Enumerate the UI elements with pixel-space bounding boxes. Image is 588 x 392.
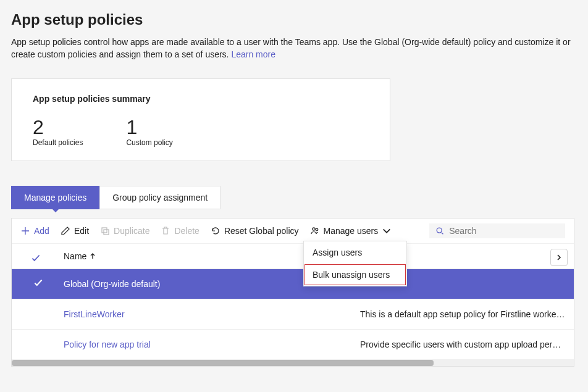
edit-button[interactable]: Edit (61, 226, 89, 236)
duplicate-label: Duplicate (114, 226, 149, 236)
tab-group-assignment[interactable]: Group policy assignment (99, 186, 220, 209)
learn-more-link[interactable]: Learn more (231, 49, 275, 59)
people-icon (310, 226, 320, 236)
policy-name-link[interactable]: FirstLineWorker (64, 309, 125, 319)
page-title: App setup policies (11, 11, 574, 28)
custom-count: 1 (126, 117, 172, 137)
table-row[interactable]: Global (Org-wide default) (12, 269, 574, 299)
search-input[interactable] (449, 226, 559, 236)
policy-name-link[interactable]: Policy for new app trial (64, 340, 151, 349)
select-all-checkbox[interactable] (30, 252, 41, 265)
add-button[interactable]: Add (20, 226, 49, 236)
stat-default: 2 Default policies (33, 117, 83, 147)
scrollbar-thumb[interactable] (12, 360, 434, 366)
reset-button[interactable]: Reset Global policy (211, 226, 299, 236)
svg-rect-0 (102, 228, 107, 233)
sort-ascending-icon (89, 252, 96, 260)
policies-panel: Add Edit Duplicate Delete Reset Global p… (11, 218, 574, 367)
bulk-unassign-users-item[interactable]: Bulk unassign users (304, 264, 406, 286)
search-icon (435, 226, 444, 236)
table-row[interactable]: FirstLineWorker This is a default app se… (12, 299, 574, 330)
toolbar: Add Edit Duplicate Delete Reset Global p… (12, 219, 574, 244)
policy-description: This is a default app setup policy for F… (360, 309, 565, 319)
summary-title: App setup policies summary (33, 94, 369, 104)
assign-users-item[interactable]: Assign users (304, 241, 406, 264)
trash-icon (161, 226, 170, 236)
default-label: Default policies (33, 138, 83, 147)
table-row[interactable]: Policy for new app trial Provide specifi… (12, 330, 574, 360)
manage-users-dropdown: Assign users Bulk unassign users (303, 241, 407, 286)
svg-rect-1 (104, 230, 109, 235)
delete-button: Delete (161, 226, 199, 236)
svg-point-2 (312, 227, 314, 230)
svg-point-3 (316, 228, 318, 231)
manage-users-button[interactable]: Manage users (310, 226, 392, 236)
row-check-icon (33, 277, 44, 290)
table-header: Name (12, 244, 574, 269)
scroll-right-button[interactable] (550, 249, 568, 266)
manage-users-label: Manage users (324, 226, 379, 236)
chevron-right-icon (555, 254, 563, 261)
delete-label: Delete (174, 226, 199, 236)
column-name-label: Name (64, 251, 86, 261)
page-description: App setup policies control how apps are … (11, 36, 574, 61)
stat-custom: 1 Custom policy (126, 117, 172, 147)
check-icon (30, 252, 41, 264)
policy-description: Provide specific users with custom app u… (360, 340, 565, 349)
default-count: 2 (33, 117, 83, 137)
reset-label: Reset Global policy (224, 226, 299, 236)
edit-label: Edit (74, 226, 89, 236)
summary-card: App setup policies summary 2 Default pol… (11, 78, 390, 161)
tab-manage-policies[interactable]: Manage policies (11, 186, 99, 209)
svg-point-4 (437, 228, 442, 233)
column-name[interactable]: Name (64, 251, 96, 261)
description-text: App setup policies control how apps are … (11, 37, 571, 59)
plus-icon (20, 226, 30, 236)
check-icon (33, 277, 44, 288)
custom-label: Custom policy (126, 138, 172, 147)
add-label: Add (34, 226, 49, 236)
reset-icon (211, 226, 220, 236)
pencil-icon (61, 226, 70, 236)
search-box[interactable] (429, 223, 565, 238)
copy-icon (100, 226, 110, 236)
horizontal-scrollbar[interactable] (12, 360, 574, 366)
duplicate-button: Duplicate (100, 226, 149, 236)
chevron-down-icon (382, 226, 392, 236)
